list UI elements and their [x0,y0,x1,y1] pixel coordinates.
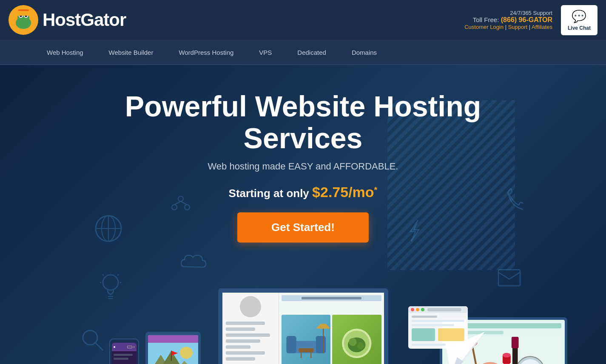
hero-price: $2.75/mo [312,184,374,200]
hero-headline: Powerful Website Hosting Services [112,90,495,154]
phone-link[interactable]: (866) 96-GATOR [501,16,552,23]
svg-point-16 [185,205,190,210]
svg-rect-60 [412,324,454,326]
live-chat-label: Live Chat [568,25,591,31]
main-navigation: Web Hosting Website Builder WordPress Ho… [0,40,606,65]
svg-rect-66 [512,337,519,348]
svg-rect-40 [286,336,296,353]
svg-rect-57 [427,308,461,311]
live-chat-button[interactable]: 💬 Live Chat [561,5,597,35]
nav-website-builder[interactable]: Website Builder [96,40,166,65]
logo-area: HostGator [9,5,126,35]
affiliates-link[interactable]: Affiliates [532,24,552,30]
paper-plane-icon [408,306,485,364]
svg-point-54 [411,308,414,311]
svg-point-15 [172,205,177,210]
customer-login-link[interactable]: Customer Login [464,24,504,30]
phone-device [109,339,139,364]
hero-section: Powerful Website Hosting Services Web ho… [0,65,606,364]
svg-rect-9 [18,9,29,11]
svg-rect-59 [412,320,464,322]
hero-price-row: Starting at only $2.75/mo* [229,184,378,200]
svg-rect-62 [438,328,464,341]
svg-rect-44 [299,348,313,352]
svg-marker-43 [316,324,330,329]
desktop-monitor [218,288,388,364]
nav-domains[interactable]: Domains [339,40,390,65]
nav-dedicated[interactable]: Dedicated [285,40,339,65]
price-prefix: Starting at only [229,187,312,200]
toll-free-row: Toll Free: (866) 96-GATOR [464,16,552,24]
support-links: Customer Login | Support | Affiliates [464,24,552,30]
logo-gator-icon [9,5,38,35]
support-info: 24/7/365 Support Toll Free: (866) 96-GAT… [464,10,552,30]
nav-vps[interactable]: VPS [246,40,285,65]
svg-rect-41 [316,336,325,353]
toll-free-label: Toll Free: [473,16,499,23]
svg-line-17 [174,201,181,205]
svg-line-18 [181,201,187,205]
svg-point-51 [357,343,364,350]
svg-point-55 [416,308,419,311]
svg-point-14 [178,196,183,201]
svg-rect-63 [412,344,446,346]
support-link[interactable]: Support [508,24,528,30]
chat-bubble-icon: 💬 [572,9,586,23]
svg-point-69 [503,353,511,357]
hero-subheadline: Web hosting made EASY and AFFORDABLE. [208,161,398,172]
price-asterisk: * [374,185,378,195]
separator1: | [505,24,508,30]
svg-rect-61 [412,328,435,341]
nav-wordpress-hosting[interactable]: WordPress Hosting [166,40,246,65]
svg-point-56 [421,308,424,311]
svg-rect-8 [16,14,31,16]
support-area: 24/7/365 Support Toll Free: (866) 96-GAT… [464,5,597,35]
get-started-button[interactable]: Get Started! [237,212,369,243]
svg-point-50 [349,338,356,346]
support-title: 24/7/365 Support [464,10,552,16]
top-bar: HostGator 24/7/365 Support Toll Free: (8… [0,0,606,40]
git-decoration [170,192,191,215]
logo-wordmark[interactable]: HostGator [43,10,126,30]
globe-decoration [94,214,123,245]
nav-web-hosting[interactable]: Web Hosting [34,40,96,65]
tablet-device [145,332,201,364]
svg-point-32 [180,347,193,358]
devices-illustration [0,255,606,364]
svg-rect-58 [412,316,437,318]
